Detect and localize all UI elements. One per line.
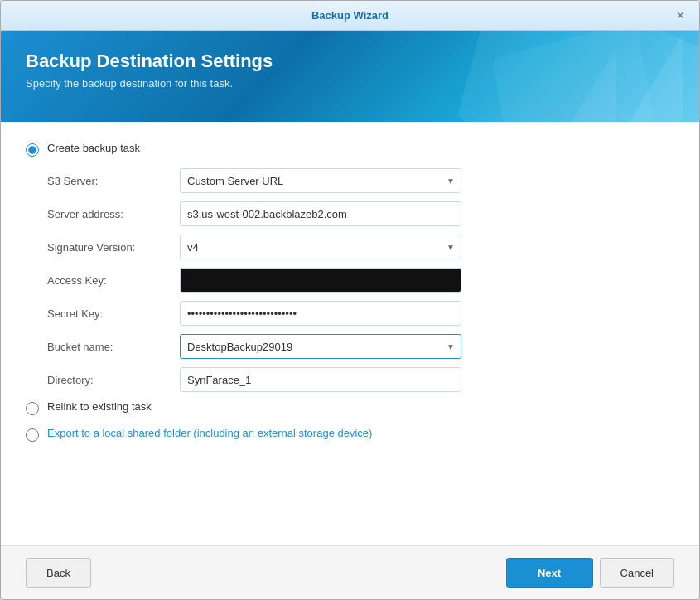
- directory-label: Directory:: [47, 374, 180, 386]
- export-option[interactable]: Export to a local shared folder (includi…: [26, 427, 674, 442]
- bucket-name-row: Bucket name: DesktopBackup29019 ▼: [47, 334, 674, 359]
- bucket-name-select[interactable]: DesktopBackup29019: [180, 334, 461, 359]
- s3-server-control: Custom Server URL Amazon S3 Other ▼: [180, 168, 461, 193]
- access-key-control: [180, 268, 461, 293]
- access-key-row: Access Key:: [47, 268, 674, 293]
- secret-key-input[interactable]: [180, 301, 461, 326]
- content-area: Create backup task S3 Server: Custom Ser…: [1, 122, 699, 545]
- bucket-name-control: DesktopBackup29019 ▼: [180, 334, 461, 359]
- radio-group: Create backup task S3 Server: Custom Ser…: [26, 142, 674, 442]
- signature-version-label: Signature Version:: [47, 241, 180, 254]
- next-button[interactable]: Next: [506, 558, 593, 588]
- secret-key-control: [180, 301, 461, 326]
- relink-radio[interactable]: [26, 402, 39, 415]
- server-address-input[interactable]: [180, 201, 461, 226]
- create-task-radio[interactable]: [26, 143, 39, 157]
- back-button[interactable]: Back: [26, 558, 91, 588]
- header-title: Backup Destination Settings: [26, 51, 674, 72]
- secret-key-row: Secret Key:: [47, 301, 674, 326]
- header-subtitle: Specify the backup destination for this …: [26, 77, 674, 90]
- s3-server-label: S3 Server:: [47, 175, 180, 187]
- signature-version-control: v4 v2 ▼: [180, 235, 461, 259]
- footer: Back Next Cancel: [1, 545, 699, 599]
- server-address-control: [180, 201, 461, 226]
- bucket-name-label: Bucket name:: [47, 341, 180, 353]
- directory-row: Directory:: [47, 367, 674, 392]
- create-task-label: Create backup task: [47, 142, 140, 154]
- signature-version-select-wrapper: v4 v2 ▼: [180, 235, 461, 259]
- footer-left: Back: [26, 558, 91, 588]
- export-radio[interactable]: [26, 428, 39, 442]
- server-address-label: Server address:: [47, 208, 180, 220]
- signature-version-select[interactable]: v4 v2: [180, 235, 461, 259]
- s3-server-select-wrapper: Custom Server URL Amazon S3 Other ▼: [180, 168, 461, 193]
- export-label: Export to a local shared folder (includi…: [47, 427, 372, 439]
- secret-key-label: Secret Key:: [47, 307, 180, 320]
- window-title: Backup Wizard: [311, 9, 389, 22]
- create-task-fields: S3 Server: Custom Server URL Amazon S3 O…: [47, 168, 674, 392]
- relink-option[interactable]: Relink to existing task: [26, 400, 674, 415]
- footer-right: Next Cancel: [506, 558, 674, 588]
- directory-input[interactable]: [180, 367, 461, 392]
- directory-control: [180, 367, 461, 392]
- s3-server-row: S3 Server: Custom Server URL Amazon S3 O…: [47, 168, 674, 193]
- access-key-input[interactable]: [180, 268, 461, 293]
- s3-server-select[interactable]: Custom Server URL Amazon S3 Other: [180, 168, 461, 193]
- create-task-option[interactable]: Create backup task: [26, 142, 674, 157]
- header-banner: Backup Destination Settings Specify the …: [1, 31, 699, 122]
- close-button[interactable]: ×: [672, 7, 689, 24]
- access-key-label: Access Key:: [47, 274, 180, 287]
- signature-version-row: Signature Version: v4 v2 ▼: [47, 235, 674, 259]
- cancel-button[interactable]: Cancel: [600, 558, 674, 588]
- titlebar: Backup Wizard ×: [1, 1, 699, 31]
- server-address-row: Server address:: [47, 201, 674, 226]
- backup-wizard-window: Backup Wizard × Backup Destination Setti…: [0, 0, 700, 600]
- relink-label: Relink to existing task: [47, 400, 152, 413]
